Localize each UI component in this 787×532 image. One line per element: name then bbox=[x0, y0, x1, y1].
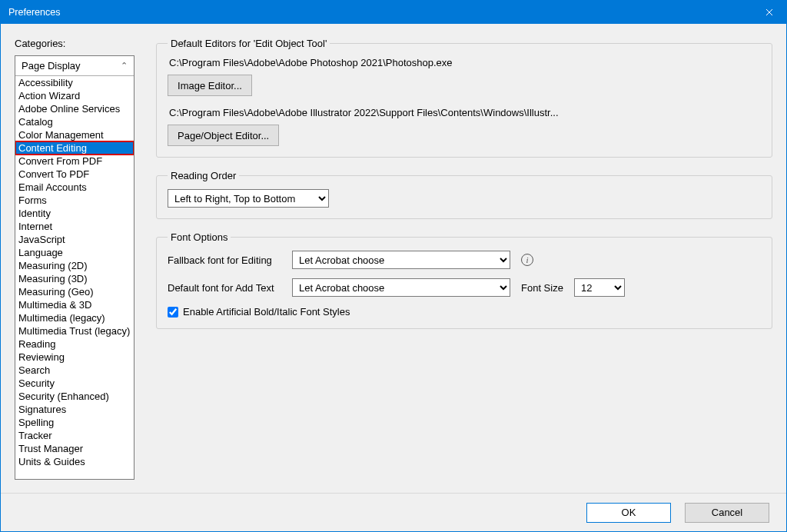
category-item[interactable]: Measuring (Geo) bbox=[15, 285, 134, 298]
font-options-legend: Font Options bbox=[168, 231, 231, 243]
close-icon bbox=[765, 8, 773, 16]
reading-order-section: Reading Order Left to Right, Top to Bott… bbox=[156, 170, 772, 219]
category-item[interactable]: Multimedia Trust (legacy) bbox=[15, 324, 134, 337]
category-item[interactable]: Language bbox=[15, 246, 134, 259]
image-editor-path: C:\Program Files\Adobe\Adobe Photoshop 2… bbox=[169, 57, 761, 68]
category-item[interactable]: Convert From PDF bbox=[15, 155, 134, 168]
category-item[interactable]: Measuring (2D) bbox=[15, 259, 134, 272]
reading-order-legend: Reading Order bbox=[168, 170, 239, 181]
category-item[interactable]: Accessibility bbox=[15, 76, 134, 89]
default-font-label: Default font for Add Text bbox=[168, 282, 281, 294]
default-font-select[interactable]: Let Acrobat choose bbox=[292, 278, 510, 297]
category-item[interactable]: Color Management bbox=[15, 128, 134, 141]
artificial-bold-italic-label[interactable]: Enable Artificial Bold/Italic Font Style… bbox=[183, 306, 350, 318]
category-item[interactable]: Trust Manager bbox=[15, 442, 134, 455]
preferences-window: Preferences Categories: Page Display ⌃ A… bbox=[0, 0, 787, 532]
font-size-select[interactable]: 12 bbox=[574, 278, 625, 297]
page-object-editor-button[interactable]: Page/Object Editor... bbox=[168, 125, 279, 146]
category-item[interactable]: Search bbox=[15, 364, 134, 377]
category-item[interactable]: Security (Enhanced) bbox=[15, 390, 134, 403]
window-close-button[interactable] bbox=[752, 1, 786, 24]
settings-panel: Default Editors for 'Edit Object Tool' C… bbox=[156, 38, 772, 487]
reading-order-select[interactable]: Left to Right, Top to Bottom bbox=[168, 189, 329, 208]
page-editor-path: C:\Program Files\Adobe\Adobe Illustrator… bbox=[169, 107, 761, 118]
chevron-up-icon: ⌃ bbox=[121, 61, 128, 71]
categories-label: Categories: bbox=[15, 38, 134, 49]
fallback-font-select[interactable]: Let Acrobat choose bbox=[292, 251, 510, 269]
category-item[interactable]: Email Accounts bbox=[15, 181, 134, 194]
titlebar: Preferences bbox=[1, 1, 786, 24]
default-editors-section: Default Editors for 'Edit Object Tool' C… bbox=[156, 38, 772, 158]
category-item[interactable]: Adobe Online Services bbox=[15, 102, 134, 115]
category-item[interactable]: Action Wizard bbox=[15, 89, 134, 102]
categories-column: Categories: Page Display ⌃ Accessibility… bbox=[15, 38, 134, 487]
artificial-bold-italic-checkbox[interactable] bbox=[168, 307, 178, 318]
category-item[interactable]: Convert To PDF bbox=[15, 168, 134, 181]
category-item[interactable]: Internet bbox=[15, 220, 134, 233]
default-editors-legend: Default Editors for 'Edit Object Tool' bbox=[168, 38, 330, 49]
category-item[interactable]: Security bbox=[15, 377, 134, 390]
category-item[interactable]: Spelling bbox=[15, 416, 134, 429]
categories-header-text: Page Display bbox=[22, 60, 81, 71]
cancel-button[interactable]: Cancel bbox=[685, 503, 769, 523]
window-title: Preferences bbox=[8, 7, 60, 18]
category-item[interactable]: Identity bbox=[15, 207, 134, 220]
category-item[interactable]: Forms bbox=[15, 194, 134, 207]
fallback-font-label: Fallback font for Editing bbox=[168, 254, 281, 266]
category-item[interactable]: Measuring (3D) bbox=[15, 272, 134, 285]
category-item[interactable]: Reading bbox=[15, 337, 134, 351]
category-item[interactable]: JavaScript bbox=[15, 233, 134, 246]
category-item[interactable]: Signatures bbox=[15, 403, 134, 416]
image-editor-button[interactable]: Image Editor... bbox=[168, 75, 252, 96]
categories-listbox[interactable]: Page Display ⌃ AccessibilityAction Wizar… bbox=[15, 55, 134, 480]
category-item[interactable]: Tracker bbox=[15, 429, 134, 442]
category-item[interactable]: Multimedia (legacy) bbox=[15, 311, 134, 324]
category-item[interactable]: Multimedia & 3D bbox=[15, 298, 134, 311]
category-item[interactable]: Catalog bbox=[15, 115, 134, 128]
dialog-body: Categories: Page Display ⌃ Accessibility… bbox=[1, 24, 786, 493]
info-icon[interactable]: i bbox=[521, 254, 533, 266]
category-item[interactable]: Reviewing bbox=[15, 351, 134, 364]
category-item[interactable]: Content Editing bbox=[15, 141, 134, 155]
font-options-section: Font Options Fallback font for Editing L… bbox=[156, 231, 772, 329]
font-size-label: Font Size bbox=[521, 282, 563, 294]
ok-button[interactable]: OK bbox=[586, 503, 671, 523]
category-item[interactable]: Units & Guides bbox=[15, 455, 134, 468]
dialog-footer: OK Cancel bbox=[1, 493, 786, 531]
categories-header[interactable]: Page Display ⌃ bbox=[15, 56, 134, 76]
